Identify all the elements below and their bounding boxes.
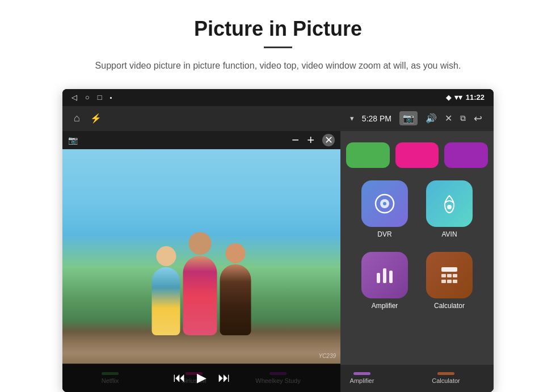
device-frame: ◁ ○ □ ▪ ◆ ▾▾ 11:22 ⌂ ⚡ ▾ 5:28 PM 📷 🔊 ✕ ⧉…: [62, 89, 494, 392]
play-button[interactable]: ▶: [197, 370, 207, 385]
watermark: YC239: [318, 353, 336, 359]
camera-button[interactable]: 📷: [399, 111, 418, 125]
square-icon[interactable]: □: [98, 93, 102, 102]
bookmark-icon[interactable]: ▪: [110, 94, 112, 101]
page-subtitle: Support video picture in picture functio…: [95, 58, 461, 73]
app-toolbar: ⌂ ⚡ ▾ 5:28 PM 📷 🔊 ✕ ⧉ ↩: [62, 106, 494, 131]
pip-minus-button[interactable]: −: [292, 133, 299, 147]
toolbar-time: 5:28 PM: [362, 114, 391, 123]
avin-label: AVIN: [441, 230, 457, 238]
svg-rect-11: [441, 280, 446, 283]
calculator-app[interactable]: Calculator: [421, 252, 478, 310]
play-prev-button[interactable]: ⏮: [173, 370, 186, 385]
dvr-label: DVR: [377, 230, 391, 238]
status-bar-left: ◁ ○ □ ▪: [71, 93, 112, 102]
app-grid-row-1: DVR AVIN: [340, 174, 494, 245]
bottom-calculator-label: Calculator: [432, 377, 460, 384]
status-bar: ◁ ○ □ ▪ ◆ ▾▾ 11:22: [62, 89, 494, 106]
volume-icon[interactable]: 🔊: [426, 113, 437, 124]
bottom-amplifier-label: Amplifier: [350, 377, 374, 384]
main-content: 📷 − + ✕: [62, 131, 494, 392]
dvr-app[interactable]: DVR: [356, 180, 413, 238]
svg-rect-5: [383, 268, 386, 283]
pip-close-button[interactable]: ✕: [322, 134, 335, 146]
page-title: Picture in Picture: [194, 17, 362, 41]
pip-video: 📷 − + ✕: [62, 131, 340, 392]
status-time: 11:22: [466, 93, 485, 102]
amplifier-label: Amplifier: [372, 302, 398, 310]
siriusxm-btn-partial[interactable]: [395, 142, 439, 168]
svg-rect-6: [389, 271, 393, 283]
pip-playback: ⏮ ▶ ⏭: [62, 364, 340, 392]
wheelkey-btn-partial[interactable]: [444, 142, 488, 168]
svg-point-2: [383, 202, 386, 205]
pip-camera-icon: 📷: [68, 136, 78, 145]
svg-rect-8: [441, 274, 446, 277]
netflix-btn-partial[interactable]: [346, 142, 390, 168]
play-next-button[interactable]: ⏭: [218, 370, 230, 385]
pip-image-area: YC239: [62, 149, 340, 364]
pip-plus-button[interactable]: +: [307, 133, 314, 147]
app-row-top: [340, 131, 494, 174]
wifi-signal-icon: ▾▾: [454, 93, 462, 102]
usb-icon[interactable]: ⚡: [90, 113, 102, 124]
app-grid-row-2: Amplifier: [340, 245, 494, 317]
home-circle-icon[interactable]: ○: [85, 93, 90, 102]
calculator-icon: [426, 252, 473, 298]
avin-icon: [426, 180, 473, 227]
svg-rect-9: [447, 274, 452, 277]
svg-rect-7: [441, 267, 457, 272]
avin-app[interactable]: AVIN: [421, 180, 478, 238]
location-icon: ◆: [446, 94, 451, 102]
calculator-label: Calculator: [434, 302, 465, 310]
pip-controls-top: − + ✕: [292, 133, 335, 147]
pip-window-icon[interactable]: ⧉: [460, 113, 466, 123]
pip-header: 📷 − + ✕: [62, 131, 340, 149]
svg-rect-4: [377, 273, 380, 283]
amplifier-app[interactable]: Amplifier: [356, 252, 413, 310]
toolbar-left: ⌂ ⚡: [74, 112, 102, 124]
back-icon[interactable]: ↩: [474, 112, 482, 125]
dvr-icon: [361, 180, 408, 227]
amplifier-icon: [361, 252, 408, 298]
bottom-calculator[interactable]: Calculator: [420, 372, 471, 384]
home-icon[interactable]: ⌂: [74, 112, 80, 124]
title-divider: [264, 47, 292, 48]
svg-point-3: [447, 205, 452, 209]
wifi-icon: ▾: [350, 114, 354, 123]
app-grid: DVR AVIN: [340, 131, 494, 392]
svg-rect-13: [453, 280, 457, 283]
bottom-amplifier[interactable]: Amplifier: [336, 372, 387, 384]
status-bar-right: ◆ ▾▾ 11:22: [446, 93, 485, 102]
close-x-icon[interactable]: ✕: [445, 113, 452, 124]
svg-rect-12: [447, 280, 452, 283]
svg-rect-10: [453, 274, 457, 277]
back-arrow-icon[interactable]: ◁: [71, 93, 77, 102]
toolbar-right: ▾ 5:28 PM 📷 🔊 ✕ ⧉ ↩: [350, 111, 482, 125]
pip-header-left: 📷: [68, 136, 78, 145]
